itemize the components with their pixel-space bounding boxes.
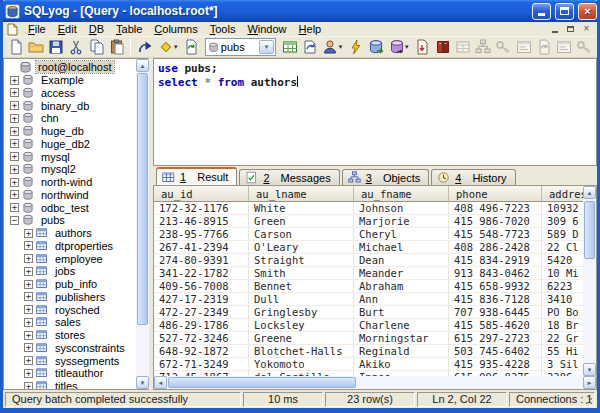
reconnect-button[interactable] — [300, 38, 319, 57]
expand-icon[interactable]: + — [24, 369, 33, 378]
collapse-icon[interactable]: − — [10, 216, 19, 225]
grid-cell[interactable]: 415 548-7723 — [449, 228, 542, 241]
expand-icon[interactable]: + — [24, 331, 33, 340]
expand-icon[interactable]: + — [24, 229, 33, 238]
tree-item-pub-info[interactable]: +pub_info — [4, 278, 136, 291]
tab-history[interactable]: 4 History — [431, 169, 515, 185]
import-batch-button[interactable] — [413, 38, 432, 57]
expand-icon[interactable]: + — [10, 139, 19, 148]
grid-cell[interactable]: 341-22-1782 — [154, 267, 249, 280]
grid-cell[interactable]: 309 6 — [542, 215, 583, 228]
grid-hscrollbar[interactable]: ◄ ► — [154, 376, 596, 389]
expand-icon[interactable]: + — [24, 280, 33, 289]
menu-window[interactable]: Window — [241, 22, 292, 36]
connection-manager-button[interactable] — [433, 38, 452, 57]
grid-cell[interactable]: 408 286-2428 — [449, 241, 542, 254]
copy-button[interactable] — [87, 38, 106, 57]
grid-cell[interactable]: Smith — [249, 267, 354, 280]
mdi-restore-button[interactable] — [564, 23, 577, 35]
save-button[interactable] — [46, 38, 65, 57]
flush-tools-button[interactable] — [346, 38, 365, 57]
grid-cell[interactable]: 6223 — [542, 280, 583, 293]
grid-cell[interactable]: 707 938-6445 — [449, 306, 542, 319]
expand-icon[interactable]: + — [24, 382, 33, 389]
tree-item-pubs[interactable]: −pubs — [4, 214, 136, 227]
tab-objects[interactable]: 3 Objects — [342, 169, 429, 185]
chevron-down-icon[interactable]: ▼ — [337, 44, 343, 50]
expand-icon[interactable]: + — [10, 190, 19, 199]
grid-cell[interactable]: 472-27-2349 — [154, 306, 249, 319]
new-query-button[interactable] — [6, 38, 25, 57]
grid-cell[interactable]: 503 745-6402 — [449, 345, 542, 358]
tree-item-publishers[interactable]: +publishers — [4, 291, 136, 304]
grid-cell[interactable]: 22 Gr — [542, 332, 583, 345]
tree-item-employee[interactable]: +employee — [4, 252, 136, 265]
expand-icon[interactable]: + — [24, 318, 33, 327]
grid-cell[interactable]: Yokomoto — [249, 358, 354, 371]
column-header-au_lname[interactable]: au_lname — [249, 186, 354, 202]
column-header-au_fname[interactable]: au_fname — [354, 186, 449, 202]
mdi-document-icon[interactable] — [6, 23, 19, 36]
grid-cell[interactable]: 415 834-2919 — [449, 254, 542, 267]
scroll-right-icon[interactable]: ► — [583, 376, 596, 389]
menu-file[interactable]: File — [22, 22, 52, 36]
mdi-close-button[interactable]: × — [580, 23, 593, 35]
grid-cell[interactable]: Dull — [249, 293, 354, 306]
grid-hscroll-thumb[interactable] — [168, 377, 356, 388]
menu-table[interactable]: Table — [110, 22, 148, 36]
grid-vscrollbar[interactable]: ▲ ▼ — [583, 186, 596, 376]
scroll-left-icon[interactable]: ◄ — [154, 376, 167, 389]
refresh-query-button[interactable] — [182, 38, 201, 57]
expand-icon[interactable]: + — [10, 178, 19, 187]
grid-cell[interactable]: 648-92-1872 — [154, 345, 249, 358]
expand-icon[interactable]: + — [24, 292, 33, 301]
tree-item-mysql[interactable]: +mysql — [4, 150, 136, 163]
tree-item-binary-db[interactable]: +binary_db — [4, 99, 136, 112]
tree-item-sysconstraints[interactable]: +sysconstraints — [4, 342, 136, 355]
maximize-button[interactable] — [555, 3, 574, 20]
expand-icon[interactable]: + — [24, 241, 33, 250]
menu-edit[interactable]: Edit — [52, 22, 83, 36]
grid-cell[interactable]: O'Leary — [249, 241, 354, 254]
scroll-up-icon[interactable]: ▲ — [583, 186, 596, 199]
database-combo[interactable]: pubs▼ — [205, 38, 276, 56]
tree-item-stores[interactable]: +stores — [4, 329, 136, 342]
grid-cell[interactable]: Abraham — [354, 280, 449, 293]
expand-icon[interactable]: + — [24, 254, 33, 263]
grid-cell[interactable]: Straight — [249, 254, 354, 267]
menu-help[interactable]: Help — [293, 22, 328, 36]
execute-options-button[interactable]: ▼ — [156, 38, 181, 57]
tab-result[interactable]: 1 Result — [156, 167, 237, 185]
grid-cell[interactable]: Marjorie — [354, 215, 449, 228]
scroll-up-icon[interactable]: ▲ — [136, 59, 149, 72]
scroll-down-icon[interactable]: ▼ — [583, 363, 596, 376]
expand-icon[interactable]: + — [10, 101, 19, 110]
grid-cell[interactable]: 408 496-7223 — [449, 202, 542, 215]
grid-cell[interactable]: Morningstar — [354, 332, 449, 345]
cut-button[interactable] — [67, 38, 86, 57]
grid-cell[interactable]: 3410 — [542, 293, 583, 306]
grid-cell[interactable]: 10932 — [542, 202, 583, 215]
expand-icon[interactable]: + — [24, 356, 33, 365]
grid-cell[interactable]: Meander — [354, 267, 449, 280]
grid-cell[interactable]: Ann — [354, 293, 449, 306]
chevron-down-icon[interactable]: ▼ — [259, 40, 274, 54]
grid-cell[interactable]: 10 Mi — [542, 267, 583, 280]
menu-tools[interactable]: Tools — [204, 22, 242, 36]
tree-item-access[interactable]: +access — [4, 87, 136, 100]
grid-cell[interactable]: 615 297-2723 — [449, 332, 542, 345]
expand-icon[interactable]: + — [10, 152, 19, 161]
grid-cell[interactable]: 55 Hi — [542, 345, 583, 358]
tree-item-north-wind[interactable]: +north-wind — [4, 176, 136, 189]
tree-scroll-track[interactable] — [136, 72, 149, 376]
tree-item-huge-db2[interactable]: +huge_db2 — [4, 138, 136, 151]
grid-cell[interactable]: Greene — [249, 332, 354, 345]
grid-cell[interactable]: Carson — [249, 228, 354, 241]
grid-cell[interactable]: Dean — [354, 254, 449, 267]
grid-cell[interactable]: Reginald — [354, 345, 449, 358]
tree-item-titleauthor[interactable]: +titleauthor — [4, 367, 136, 380]
tree-item-example[interactable]: +Example — [4, 74, 136, 87]
tree-item-roysched[interactable]: +roysched — [4, 303, 136, 316]
column-header-address[interactable]: address — [542, 186, 583, 202]
tree-item-sales[interactable]: +sales — [4, 316, 136, 329]
